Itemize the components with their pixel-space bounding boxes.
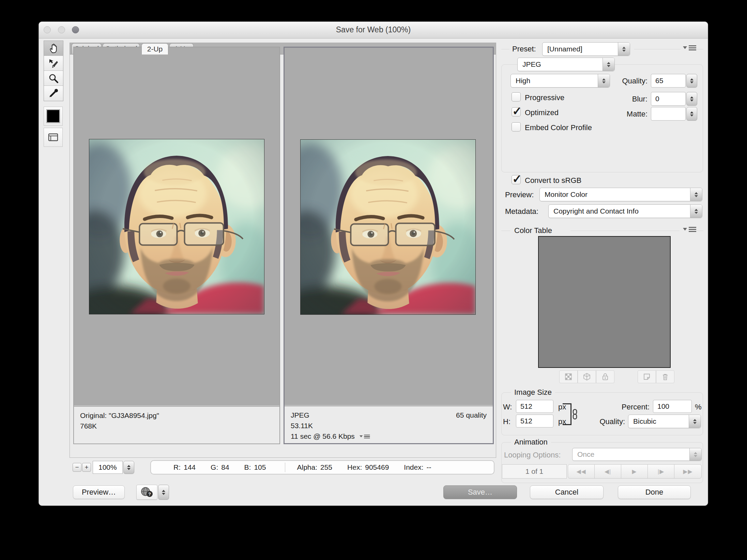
zoom-level-stepper[interactable] <box>123 461 134 474</box>
lock-icon <box>601 373 609 381</box>
optimized-format: JPEG <box>291 410 309 420</box>
image-size-title: Image Size <box>511 388 555 397</box>
progressive-checkbox[interactable] <box>512 92 521 102</box>
optimized-label: Optimized <box>525 108 559 117</box>
blur-stepper[interactable] <box>686 92 697 106</box>
last-frame-button[interactable]: ▶▶ <box>674 464 702 479</box>
tab-2-up-label: 2-Up <box>147 45 163 53</box>
next-frame-button[interactable]: |▶ <box>647 464 674 479</box>
metadata-value: Copyright and Contact Info <box>553 207 639 215</box>
zoom-level-value: 100% <box>98 463 117 471</box>
first-frame-button[interactable]: ◀◀ <box>568 464 595 479</box>
optimized-filesize: 53.11K <box>291 420 487 431</box>
optimized-download-rate: 11 sec @ 56.6 Kbps <box>291 431 355 441</box>
color-readout-bar: R:144 G:84 B:105 Alpha:255 Hex:905469 In… <box>150 460 494 475</box>
matte-label: Matte: <box>584 110 647 119</box>
lock-color-button[interactable] <box>596 370 614 383</box>
save-button[interactable]: Save… <box>443 485 517 499</box>
optimized-quality: 65 quality <box>456 410 487 420</box>
eyedropper-icon <box>48 88 59 99</box>
resample-quality-dropdown[interactable]: Bicubic <box>628 415 701 428</box>
looping-options-label: Looping Options: <box>504 451 561 460</box>
width-label: W: <box>503 403 512 411</box>
preview-work-area: Original Optimized 2-Up 4-Up Original: "… <box>70 43 496 458</box>
previous-frame-icon: ◀| <box>605 468 611 475</box>
zoom-level-field[interactable]: 100% <box>93 461 123 474</box>
preview-dropdown-arrows-icon <box>690 188 702 201</box>
tab-2-up[interactable]: 2-Up <box>141 43 168 55</box>
quality-stepper[interactable] <box>686 74 697 88</box>
snap-to-web-palette-button[interactable] <box>559 370 578 383</box>
original-canvas[interactable] <box>74 47 279 406</box>
svg-text:?: ? <box>148 492 151 497</box>
preset-dropdown[interactable]: [Unnamed] <box>542 42 630 56</box>
current-color-swatch <box>46 109 60 123</box>
animation-title: Animation <box>511 438 551 447</box>
original-filename: Original: "GJ3A8954.jpg" <box>80 410 273 421</box>
optimized-canvas[interactable] <box>285 48 493 406</box>
magnifier-icon <box>48 73 59 84</box>
original-image[interactable] <box>89 139 264 314</box>
eyedropper-tool[interactable] <box>44 86 63 101</box>
matte-field[interactable] <box>651 107 686 121</box>
preset-dropdown-arrows-icon <box>618 43 630 56</box>
frame-counter-value: 1 of 1 <box>525 467 544 476</box>
metadata-dropdown[interactable]: Copyright and Contact Info <box>548 204 702 218</box>
preview-button-label: Preview… <box>82 488 116 497</box>
looping-dropdown-arrows-icon <box>689 448 701 461</box>
looping-options-value: Once <box>577 450 594 458</box>
preview-mode-dropdown[interactable]: Monitor Color <box>539 188 702 201</box>
quality-field[interactable]: 65 <box>651 74 686 88</box>
preview-in-browser-button[interactable]: Preview… <box>73 485 125 499</box>
play-button[interactable]: ▶ <box>621 464 648 479</box>
optimized-checkbox[interactable] <box>512 107 521 116</box>
resample-dropdown-arrows-icon <box>689 415 701 428</box>
eyedropper-color-swatch[interactable] <box>44 107 63 126</box>
toggle-slices-visibility-button[interactable] <box>44 128 63 147</box>
color-table-rule-mid <box>570 231 680 231</box>
optimized-preview-pane[interactable]: JPEG 65 quality 53.11K 11 sec @ 56.6 Kbp… <box>284 47 494 444</box>
link-dimensions-icon[interactable] <box>570 409 579 420</box>
preview-mode-value: Monitor Color <box>545 190 588 199</box>
zoom-tool[interactable] <box>44 71 63 86</box>
zoom-in-button[interactable]: + <box>82 463 91 472</box>
blur-field[interactable]: 0 <box>651 92 686 106</box>
slice-select-icon <box>48 58 59 69</box>
hand-tool[interactable] <box>44 41 63 56</box>
cancel-button[interactable]: Cancel <box>530 485 604 499</box>
delete-color-button[interactable] <box>656 370 674 383</box>
percent-field[interactable]: 100 <box>653 400 692 413</box>
matte-stepper[interactable] <box>686 107 697 121</box>
optimize-panel-menu-icon[interactable] <box>683 44 696 51</box>
web-shift-color-button[interactable] <box>578 370 596 383</box>
new-color-button[interactable] <box>638 370 656 383</box>
color-table-rule-end <box>697 231 703 231</box>
color-table-swatches[interactable] <box>538 236 671 368</box>
zoom-out-button[interactable]: − <box>73 463 81 472</box>
index-readout: Index:-- <box>404 463 431 471</box>
convert-to-srgb-checkbox[interactable] <box>512 175 521 184</box>
looping-options-dropdown[interactable]: Once <box>572 448 702 461</box>
resample-quality-label: Quality: <box>584 417 625 426</box>
percent-label: Percent: <box>598 403 650 411</box>
previous-frame-button[interactable]: ◀| <box>594 464 621 479</box>
tool-palette <box>44 41 63 101</box>
optimized-image[interactable] <box>300 139 476 315</box>
slice-select-tool[interactable] <box>44 56 63 71</box>
title-bar[interactable]: Save for Web (100%) <box>39 22 708 38</box>
browser-list-stepper[interactable] <box>158 485 169 500</box>
quality-value: 65 <box>655 77 663 85</box>
done-button-label: Done <box>645 488 664 497</box>
height-field[interactable]: 512 <box>516 415 553 427</box>
width-field[interactable]: 512 <box>516 400 553 413</box>
select-browser-button[interactable]: ? <box>136 485 157 500</box>
format-dropdown[interactable]: JPEG <box>517 58 615 71</box>
hex-readout: Hex:905469 <box>347 463 389 471</box>
original-preview-pane[interactable]: Original: "GJ3A8954.jpg" 768K <box>73 47 280 444</box>
download-rate-menu-icon[interactable] <box>360 434 370 439</box>
done-button[interactable]: Done <box>618 485 691 499</box>
embed-color-profile-checkbox[interactable] <box>512 122 521 131</box>
color-table-menu-icon[interactable] <box>683 226 696 233</box>
preset-rule-end <box>697 49 703 49</box>
preset-rule-left <box>501 49 509 49</box>
